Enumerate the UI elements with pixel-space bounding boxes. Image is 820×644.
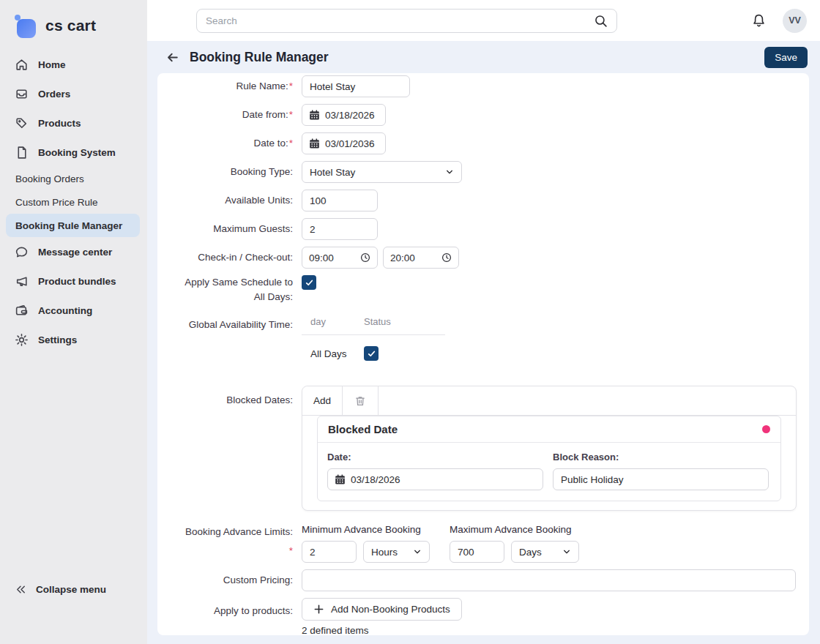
sidebar-item-orders[interactable]: Orders (0, 79, 147, 108)
search-input[interactable] (206, 15, 594, 26)
min-advance-header: Minimum Advance Booking (302, 524, 430, 535)
sidebar-item-label: Product bundles (38, 276, 116, 287)
custom-pricing-label: Custom Pricing: (223, 574, 293, 585)
clock-icon (441, 252, 452, 263)
maximum-guests-row: Maximum Guests: (157, 218, 809, 240)
chevron-down-icon (445, 168, 454, 176)
user-avatar[interactable]: VV (783, 9, 807, 33)
sidebar-item-label: Home (38, 59, 66, 70)
block-reason-input[interactable] (553, 468, 769, 490)
sidebar-item-accounting[interactable]: Accounting (0, 296, 147, 325)
apply-same-schedule-row: Apply Same Schedule to All Days: (157, 275, 809, 304)
sidebar-item-label: Message center (38, 247, 112, 258)
sidebar-item-products[interactable]: Products (0, 108, 147, 138)
sidebar-item-label: Booking System (38, 147, 116, 158)
required-asterisk: * (289, 138, 293, 149)
collapse-menu-button[interactable]: Collapse menu (0, 583, 106, 596)
bell-icon[interactable] (751, 13, 767, 29)
blocked-date-input[interactable]: 03/18/2026 (327, 468, 543, 490)
sidebar-item-settings[interactable]: Settings (0, 325, 147, 354)
chevron-down-icon (413, 547, 422, 556)
check-out-value: 20:00 (390, 252, 415, 263)
product-bundles-icon (15, 274, 29, 288)
booking-type-select[interactable]: Hotel Stay (302, 161, 462, 183)
advance-limits-label: Booking Advance Limits: (157, 525, 293, 539)
availability-table: day Status All Days (302, 315, 445, 361)
blocked-dates-row: Blocked Dates: Add Blocked Date (157, 386, 809, 511)
home-icon (15, 58, 29, 72)
form-card: Rule Name:* Date from:* 03/18/2026 Date … (157, 73, 809, 635)
max-advance-unit-value: Days (519, 547, 542, 558)
custom-pricing-input[interactable] (302, 569, 796, 591)
blocked-date-item: Blocked Date Date: 03/18/2026 (317, 416, 781, 501)
available-units-input[interactable] (302, 190, 378, 211)
apply-same-schedule-label: Apply Same Schedule to (184, 277, 293, 288)
main-area: VV Booking Rule Manager Save Rule Name:*… (147, 0, 820, 644)
blocked-dates-toolbar: Add (302, 386, 796, 416)
max-advance-input[interactable] (450, 541, 504, 563)
search-bar[interactable] (196, 9, 617, 33)
page-header: Booking Rule Manager Save (147, 41, 820, 73)
collapse-menu-label: Collapse menu (36, 584, 106, 595)
min-advance-group: Minimum Advance Booking Hours (302, 524, 430, 563)
all-days-status-checkbox[interactable] (364, 346, 379, 361)
min-advance-unit-select[interactable]: Hours (363, 541, 430, 563)
plus-icon (313, 604, 324, 615)
search-icon[interactable] (594, 14, 608, 28)
save-button[interactable]: Save (764, 47, 808, 68)
date-from-input[interactable]: 03/18/2026 (302, 104, 386, 126)
required-asterisk: * (289, 80, 293, 91)
check-in-value: 09:00 (309, 252, 334, 263)
date-from-label: Date from: (242, 109, 288, 120)
blocked-date-date-label: Date: (327, 452, 543, 463)
max-advance-unit-select[interactable]: Days (511, 541, 579, 563)
check-out-time-input[interactable]: 20:00 (383, 247, 459, 269)
availability-col-status: Status (364, 316, 391, 327)
sidebar-item-booking-system[interactable]: Booking System (0, 138, 147, 167)
sidebar-item-message-center[interactable]: Message center (0, 237, 147, 266)
apply-same-schedule-checkbox[interactable] (302, 275, 316, 290)
calendar-icon (335, 474, 346, 485)
date-to-label: Date to: (253, 138, 288, 149)
rule-name-input[interactable] (302, 75, 410, 97)
trash-icon (354, 395, 366, 407)
sidebar-item-booking-rule-manager[interactable]: Booking Rule Manager (6, 214, 140, 237)
orders-icon (15, 87, 29, 101)
max-advance-group: Maximum Advance Booking Days (450, 524, 579, 563)
custom-pricing-row: Custom Pricing: (157, 569, 809, 591)
topbar: VV (147, 0, 820, 41)
back-arrow-icon[interactable] (164, 49, 180, 65)
add-non-booking-products-button[interactable]: Add Non-Booking Products (302, 598, 462, 621)
date-to-input[interactable]: 03/01/2036 (302, 132, 386, 154)
availability-divider (302, 334, 445, 335)
blocked-date-title: Blocked Date (328, 423, 398, 435)
all-days-label: All Days (310, 348, 364, 359)
brand-logo[interactable]: cs cart (0, 10, 147, 50)
blocked-dates-label: Blocked Dates: (226, 394, 293, 405)
min-advance-unit-value: Hours (371, 547, 398, 558)
max-advance-header: Maximum Advance Booking (450, 524, 579, 535)
sidebar-item-label: Orders (38, 89, 70, 100)
rule-name-row: Rule Name:* (157, 75, 809, 97)
sidebar-item-custom-price-rule[interactable]: Custom Price Rule (6, 190, 140, 214)
required-asterisk: * (158, 544, 293, 558)
maximum-guests-input[interactable] (302, 218, 378, 240)
sidebar: cs cart Home Orders Products Booking Sys… (0, 0, 147, 644)
delete-blocked-date-button[interactable] (343, 386, 379, 415)
apply-same-schedule-label-2: All Days: (254, 291, 293, 302)
min-advance-input[interactable] (302, 541, 357, 563)
accounting-icon (15, 304, 29, 318)
sidebar-item-product-bundles[interactable]: Product bundles (0, 266, 147, 296)
sidebar-item-label: Accounting (38, 305, 92, 316)
clock-icon (360, 252, 370, 263)
sidebar-item-booking-orders[interactable]: Booking Orders (6, 167, 140, 190)
blocked-date-value: 03/18/2026 (351, 474, 400, 485)
available-units-label: Available Units: (225, 195, 293, 206)
booking-system-icon (15, 146, 29, 160)
apply-to-products-row: Apply to products: Add Non-Booking Produ… (157, 598, 809, 635)
available-units-row: Available Units: (157, 190, 809, 211)
add-non-booking-products-label: Add Non-Booking Products (331, 604, 450, 615)
sidebar-item-home[interactable]: Home (0, 50, 147, 79)
add-blocked-date-button[interactable]: Add (302, 386, 343, 415)
check-in-time-input[interactable]: 09:00 (302, 247, 378, 269)
